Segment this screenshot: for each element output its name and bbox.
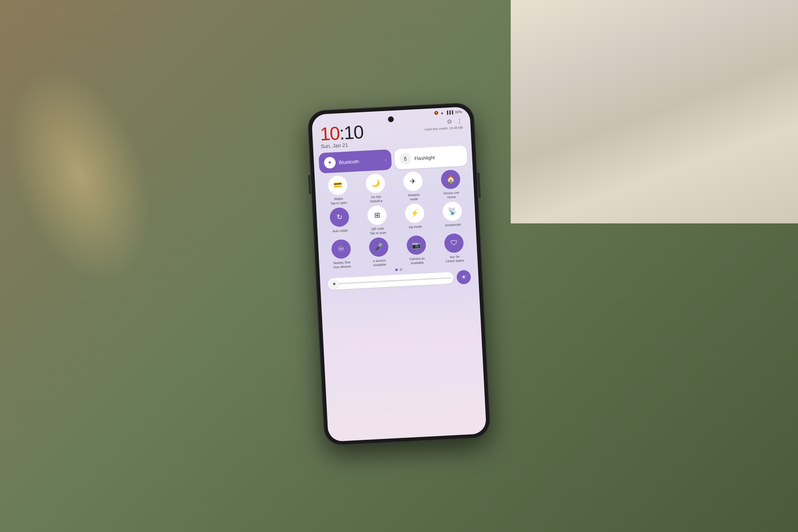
- time-colon: :10: [339, 121, 364, 143]
- time-display: 10:10 Sun, Jan 21: [320, 122, 364, 149]
- brightness-thumb-icon: ☀: [330, 279, 339, 288]
- airplane-label: Airplanemode: [407, 192, 420, 202]
- dnd-label: Do NotDisturb ▸: [369, 194, 383, 203]
- bluetooth-button[interactable]: ✦ Bluetooth ›: [319, 149, 392, 173]
- qrcode-label: QR codeTap to scan: [369, 226, 386, 235]
- camera-access-label: Camera acAvailable: [409, 256, 425, 265]
- charging-label: ing mode: [408, 224, 422, 229]
- camera-dot: [388, 116, 394, 122]
- device-control-label: Device conHome: [443, 190, 460, 200]
- wallet-icon-circle: 💳: [328, 175, 348, 195]
- qrcode-toggle[interactable]: ⊞ QR codeTap to scan: [359, 205, 396, 236]
- nearby-share-icon-circle: ♾: [331, 239, 351, 259]
- status-right: 🔕 ▲ ▐▐▐ 92%: [434, 109, 462, 115]
- screencast-label: Screencast: [445, 222, 461, 227]
- airplane-toggle[interactable]: ✈ Airplanemode: [395, 171, 432, 202]
- phone-device: 🔕 ▲ ▐▐▐ 92% 10:10 Sun, Jan 21 ⊙: [307, 102, 491, 446]
- data-usage-section: ⊙ ⋮ Used this month: 19.48 MB: [424, 117, 463, 131]
- device-control-toggle[interactable]: 🏠 Device conHome: [433, 169, 469, 200]
- charging-icon-circle: ⚡: [405, 203, 425, 223]
- wifi-icon: ▲: [440, 110, 444, 115]
- camera-access-toggle[interactable]: 📷 Camera acAvailable: [398, 234, 435, 266]
- bluetooth-icon: ✦: [324, 156, 336, 169]
- camera-access-icon-circle: 📷: [406, 235, 426, 255]
- phone-wrapper: 🔕 ▲ ▐▐▐ 92% 10:10 Sun, Jan 21 ⊙: [307, 102, 491, 446]
- brightness-track: [330, 277, 452, 285]
- header-icons: ⊙ ⋮: [447, 117, 463, 125]
- quick-settings-panel: ✦ Bluetooth › 🕯 Flashlight 💳 WalletTap t…: [313, 142, 479, 294]
- brightness-slider[interactable]: ☀: [327, 272, 454, 290]
- dot-1: [395, 268, 398, 271]
- dot-2: [400, 268, 402, 271]
- toggle-grid-row3: ♾ Nearby ShaYour devices 🎤 e accessAvail…: [323, 233, 472, 270]
- dnd-icon-circle: 🌙: [365, 173, 385, 193]
- mic-access-icon-circle: 🎤: [369, 237, 389, 257]
- device-control-icon-circle: 🏠: [440, 169, 461, 189]
- battery-percent: 92%: [455, 110, 462, 114]
- auto-brightness-button[interactable]: ☀: [456, 270, 471, 284]
- toggle-grid-row1: 💳 WalletTap to open 🌙 Do NotDisturb ▸ ✈ …: [320, 169, 469, 206]
- data-usage-text: Used this month: 19.48 MB: [424, 126, 463, 131]
- autorotate-toggle[interactable]: ↻ Auto rotate: [321, 207, 358, 238]
- nearby-share-toggle[interactable]: ♾ Nearby ShaYour devices: [323, 239, 360, 270]
- privacy-icon-circle: 🛡: [444, 233, 464, 253]
- flashlight-label: Flashlight: [414, 154, 435, 161]
- privacy-label: acy SeCheck status: [445, 254, 464, 263]
- screencast-icon-circle: 📡: [442, 201, 462, 221]
- bluetooth-label: Bluetooth: [339, 157, 382, 165]
- charging-toggle[interactable]: ⚡ ing mode: [397, 203, 434, 234]
- qrcode-icon-circle: ⊞: [367, 205, 387, 225]
- wallet-label: WalletTap to open: [330, 196, 347, 206]
- menu-icon[interactable]: ⋮: [457, 117, 463, 125]
- airplane-icon-circle: ✈: [403, 171, 423, 191]
- mic-access-toggle[interactable]: 🎤 e accessAvailable: [361, 236, 397, 268]
- phone-screen: 🔕 ▲ ▐▐▐ 92% 10:10 Sun, Jan 21 ⊙: [311, 106, 487, 442]
- flashlight-button[interactable]: 🕯 Flashlight: [394, 145, 467, 169]
- wood-plank: [511, 0, 798, 223]
- hour-text: 10: [320, 122, 340, 144]
- time-text: 10:10: [320, 122, 364, 143]
- screencast-toggle[interactable]: 📡 Screencast: [434, 201, 471, 232]
- toggle-grid-row2: ↻ Auto rotate ⊞ QR codeTap to scan ⚡ ing…: [321, 201, 471, 238]
- flashlight-icon: 🕯: [399, 153, 412, 165]
- wallet-toggle[interactable]: 💳 WalletTap to open: [320, 175, 357, 206]
- mic-access-label: e accessAvailable: [373, 258, 386, 267]
- autorotate-icon-circle: ↻: [329, 207, 349, 227]
- top-buttons-row: ✦ Bluetooth › 🕯 Flashlight: [319, 145, 468, 173]
- bluetooth-arrow: ›: [385, 157, 386, 162]
- auto-brightness-icon: ☀: [461, 273, 467, 281]
- nearby-share-label: Nearby ShaYour devices: [332, 260, 351, 269]
- camera-icon[interactable]: ⊙: [447, 118, 452, 125]
- wallpaper-overlay: [323, 322, 487, 441]
- signal-icon: ▐▐▐: [445, 110, 453, 114]
- autorotate-label: Auto rotate: [332, 228, 348, 233]
- dnd-toggle[interactable]: 🌙 Do NotDisturb ▸: [358, 173, 394, 204]
- mute-icon: 🔕: [434, 110, 439, 115]
- privacy-toggle[interactable]: 🛡 acy SeCheck status: [436, 233, 473, 264]
